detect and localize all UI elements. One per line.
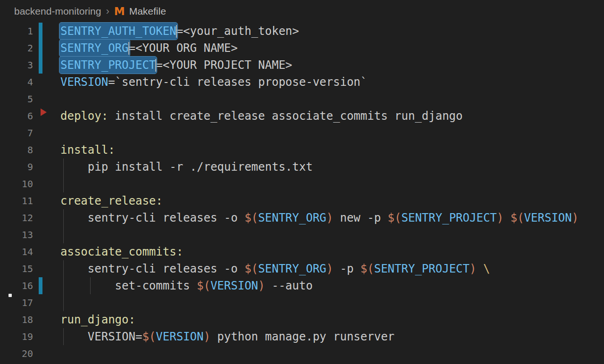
code-token: $(: [361, 262, 374, 275]
gutter-spacer: [39, 311, 42, 328]
line-number[interactable]: 2: [0, 40, 33, 57]
code-line[interactable]: SENTRY_ORG=<YOUR ORG NAME>: [60, 40, 604, 57]
gutter-spacer: [39, 124, 42, 141]
selected-token: SENTRY_ORG: [59, 40, 130, 57]
line-number[interactable]: 8: [0, 141, 33, 158]
code-line[interactable]: SENTRY_PROJECT=<YOUR PROJECT NAME>: [60, 57, 604, 74]
code-line[interactable]: SENTRY_AUTH_TOKEN=<your_auth_token>: [60, 23, 604, 40]
code-line-row: 9 pip install -r ./requirements.txt: [0, 158, 604, 175]
code-token: [503, 211, 510, 224]
code-token: sentry-cli releases -o: [60, 262, 244, 275]
indent-guide: [90, 277, 91, 294]
code-line[interactable]: sentry-cli releases -o $(SENTRY_ORG) new…: [60, 209, 604, 226]
code-line-row: 6deploy: install create_release associat…: [0, 108, 604, 124]
line-number[interactable]: 11: [0, 192, 33, 209]
line-number[interactable]: 13: [0, 226, 33, 243]
code-line-row: 2SENTRY_ORG=<YOUR ORG NAME>: [0, 40, 604, 57]
code-line[interactable]: [60, 294, 604, 311]
code-token: ): [497, 211, 503, 224]
code-token: -p: [333, 262, 361, 275]
line-number[interactable]: 7: [0, 124, 33, 141]
line-number[interactable]: 18: [0, 311, 33, 328]
line-number[interactable]: 14: [0, 243, 33, 260]
code-line[interactable]: sentry-cli releases -o $(SENTRY_ORG) -p …: [60, 260, 604, 277]
gutter-spacer: [39, 141, 42, 158]
line-number[interactable]: 16: [0, 277, 33, 294]
code-line[interactable]: run_django:: [60, 311, 604, 328]
line-number[interactable]: 17: [0, 294, 33, 311]
modified-gutter-bar: [39, 57, 42, 74]
code-token: $(: [511, 211, 524, 224]
line-number[interactable]: 19: [0, 328, 33, 345]
code-token: [476, 262, 483, 275]
breadcrumb-file[interactable]: Makefile: [129, 6, 166, 17]
line-number[interactable]: 5: [0, 91, 33, 108]
code-line-row: 12 sentry-cli releases -o $(SENTRY_ORG) …: [0, 209, 604, 226]
code-token: run_django:: [60, 313, 135, 326]
code-token: ): [258, 279, 265, 292]
code-line[interactable]: create_release:: [60, 192, 604, 209]
line-number[interactable]: 15: [0, 260, 33, 277]
line-number[interactable]: 1: [0, 23, 33, 40]
gutter-spacer: [39, 345, 42, 362]
breadcrumb-folder[interactable]: backend-monitoring: [14, 6, 101, 17]
code-token: =`sentry-cli releases propose-version`: [108, 75, 367, 89]
code-token: ): [470, 262, 476, 275]
code-line[interactable]: install:: [60, 141, 604, 158]
code-token: --auto: [265, 279, 313, 292]
selected-token: SENTRY_PROJECT: [59, 57, 157, 74]
gutter-spacer: [39, 91, 42, 108]
code-token: SENTRY_PROJECT: [402, 211, 497, 224]
code-line-row: 7: [0, 124, 604, 141]
code-line[interactable]: pip install -r ./requirements.txt: [60, 158, 604, 175]
line-number[interactable]: 12: [0, 209, 33, 226]
code-line[interactable]: [60, 226, 604, 243]
code-line-row: 8install:: [0, 141, 604, 158]
code-line-row: 10: [0, 175, 604, 192]
code-token: VERSION: [156, 330, 203, 343]
indent-guide: [63, 260, 64, 277]
modified-gutter-bar: [39, 23, 42, 40]
indent-guide: [63, 209, 64, 226]
gutter-spacer: [39, 328, 42, 345]
line-number[interactable]: 10: [0, 175, 33, 192]
code-line[interactable]: associate_commits:: [60, 243, 604, 260]
indent-guide: [63, 226, 64, 243]
line-number[interactable]: 4: [0, 74, 33, 91]
breadcrumb-chevron-icon: ›: [106, 5, 109, 17]
gutter-spacer: [39, 175, 42, 192]
code-line[interactable]: set-commits $(VERSION) --auto: [60, 277, 604, 294]
code-token: create_release:: [60, 194, 163, 207]
line-number[interactable]: 6: [0, 108, 33, 124]
code-line-row: 3SENTRY_PROJECT=<YOUR PROJECT NAME>: [0, 57, 604, 74]
code-token: install create_release associate_commits…: [108, 109, 462, 123]
code-line-row: 11create_release:: [0, 192, 604, 209]
code-editor[interactable]: 1SENTRY_AUTH_TOKEN=<your_auth_token>2SEN…: [0, 23, 604, 362]
code-token: =<YOUR PROJECT NAME>: [156, 58, 292, 72]
gutter-spacer: [39, 226, 42, 243]
code-line-row: 4VERSION=`sentry-cli releases propose-ve…: [0, 74, 604, 91]
code-token: deploy:: [60, 109, 108, 123]
code-line[interactable]: [60, 124, 604, 141]
code-line[interactable]: VERSION=`sentry-cli releases propose-ver…: [60, 74, 604, 91]
makefile-icon: M: [114, 5, 125, 17]
code-line-row: 5: [0, 91, 604, 108]
code-line[interactable]: [60, 345, 604, 362]
modified-gutter-bar: [39, 277, 42, 294]
indent-guide: [63, 328, 64, 345]
gutter-spacer: [39, 243, 42, 260]
code-line[interactable]: [60, 91, 604, 108]
breadcrumb: backend-monitoring › M Makefile: [0, 0, 604, 23]
line-number[interactable]: 3: [0, 57, 33, 74]
gutter-triangle-icon: [41, 108, 47, 116]
code-token: ): [572, 211, 579, 224]
code-token: ): [327, 262, 333, 275]
code-token: new -p: [333, 211, 388, 224]
line-number[interactable]: 20: [0, 345, 33, 362]
gutter-spacer: [39, 158, 42, 175]
code-line[interactable]: deploy: install create_release associate…: [60, 108, 604, 124]
code-line[interactable]: [60, 175, 604, 192]
code-line[interactable]: VERSION=$(VERSION) python manage.py runs…: [60, 328, 604, 345]
code-lines: 1SENTRY_AUTH_TOKEN=<your_auth_token>2SEN…: [0, 23, 604, 362]
line-number[interactable]: 9: [0, 158, 33, 175]
